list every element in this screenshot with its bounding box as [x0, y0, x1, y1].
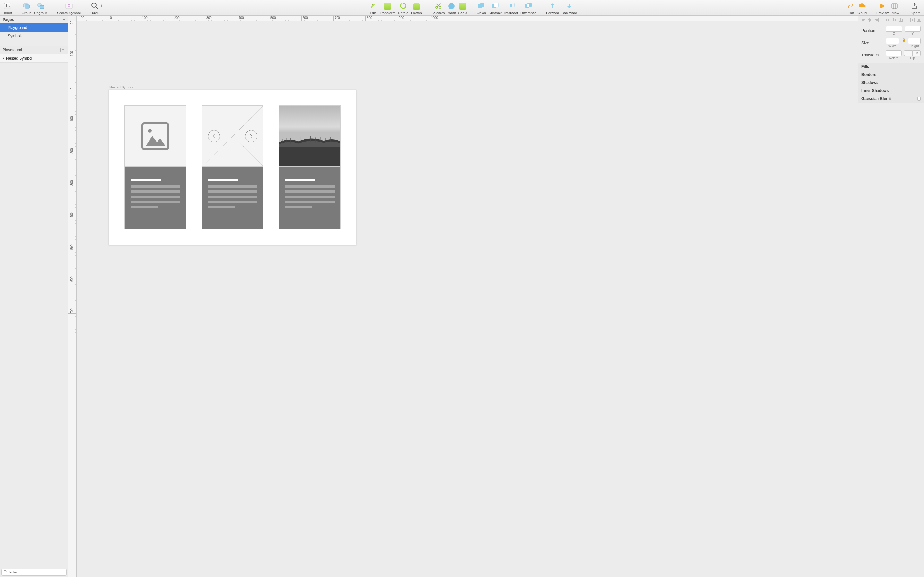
distribute-v-icon[interactable] — [917, 18, 922, 22]
transform-button[interactable]: Transform — [378, 1, 397, 15]
page-item-playground[interactable]: Playground — [0, 23, 68, 32]
align-row — [858, 16, 924, 24]
borders-section[interactable]: Borders — [858, 71, 924, 79]
layer-row[interactable]: Nested Symbol — [0, 54, 68, 63]
shadows-section[interactable]: Shadows — [858, 79, 924, 87]
export-button[interactable]: Export — [908, 1, 921, 15]
subtract-icon — [491, 3, 499, 10]
svg-rect-18 — [527, 4, 529, 7]
svg-rect-40 — [862, 19, 865, 19]
svg-rect-1 — [25, 5, 29, 8]
align-vcenter-icon[interactable] — [892, 18, 897, 22]
zoom-in-icon[interactable]: + — [100, 3, 103, 9]
insert-button[interactable]: +▾ Insert — [2, 1, 13, 15]
preview-button[interactable]: Preview — [875, 1, 890, 15]
card-bottom — [125, 167, 186, 229]
collapse-icon[interactable] — [60, 48, 65, 52]
flip-v-button[interactable]: ⇵ — [913, 50, 921, 56]
placeholder-line — [131, 185, 180, 187]
zoom-out-icon[interactable]: − — [86, 3, 89, 9]
add-page-button[interactable]: + — [63, 17, 65, 23]
scale-button[interactable]: Scale — [457, 1, 469, 15]
edit-button[interactable]: Edit — [367, 1, 378, 15]
flatten-button[interactable]: Flatten — [410, 1, 423, 15]
svg-point-22 — [4, 570, 6, 573]
canvas-area[interactable]: -10001002003004005006007008009001000 -20… — [68, 16, 858, 577]
canvas-viewport[interactable]: Nested Symbol — [77, 21, 858, 577]
position-row: Position X Y — [858, 24, 924, 36]
flip-sublabel: Flip — [904, 56, 921, 60]
rotate-button[interactable]: Rotate — [397, 1, 410, 15]
lock-icon[interactable]: 🔒 — [902, 38, 905, 42]
card-slideshow[interactable] — [202, 105, 264, 229]
group-button[interactable]: Group — [21, 1, 33, 15]
fills-section[interactable]: Fills — [858, 63, 924, 71]
next-arrow-button[interactable] — [245, 130, 257, 142]
placeholder-line — [131, 201, 180, 203]
transform-row: Transform Rotate ⇋ ⇵ Flip — [858, 48, 924, 61]
mask-button[interactable]: Mask — [446, 1, 457, 15]
zoom-control[interactable]: − + 100% — [89, 1, 100, 15]
x-input[interactable] — [886, 26, 902, 32]
align-left-icon[interactable] — [861, 18, 866, 22]
align-hcenter-icon[interactable] — [867, 18, 872, 22]
svg-line-6 — [95, 7, 97, 9]
inner-shadows-section[interactable]: Inner Shadows — [858, 87, 924, 95]
prev-arrow-button[interactable] — [208, 130, 220, 142]
flip-h-button[interactable]: ⇋ — [904, 50, 913, 56]
placeholder-title — [285, 179, 315, 181]
create-symbol-button[interactable]: Create Symbol — [56, 1, 82, 15]
gaussian-blur-section[interactable]: Gaussian Blur ⇅ — [858, 95, 924, 103]
disclosure-arrow-icon[interactable] — [3, 57, 4, 60]
landscape-image — [279, 106, 341, 166]
union-button[interactable]: Union — [475, 1, 487, 15]
forward-button[interactable]: Forward — [545, 1, 560, 15]
scissors-button[interactable]: Scissors — [430, 1, 446, 15]
align-bottom-icon[interactable] — [899, 18, 904, 22]
view-button[interactable]: ▾ View — [890, 1, 901, 15]
artboard[interactable] — [109, 90, 357, 245]
intersect-button[interactable]: Intersect — [503, 1, 519, 15]
filter-box[interactable] — [1, 569, 67, 576]
page-label: Playground — [8, 25, 27, 30]
toolbar: +▾ Insert Group Ungroup Create Symbol − … — [0, 0, 924, 16]
ungroup-button[interactable]: Ungroup — [33, 1, 49, 15]
chevron-updown-icon[interactable]: ⇅ — [889, 97, 891, 101]
width-input[interactable] — [886, 38, 899, 44]
placeholder-line — [131, 206, 158, 208]
svg-rect-52 — [893, 18, 894, 21]
placeholder-line — [285, 206, 312, 208]
card-image-placeholder[interactable] — [124, 105, 186, 229]
left-panel: Pages + Playground Symbols Playground Ne… — [0, 16, 68, 577]
svg-rect-53 — [895, 19, 896, 21]
y-sublabel: Y — [905, 32, 921, 35]
cloud-button[interactable]: Cloud — [856, 1, 868, 15]
subtract-button[interactable]: Subtract — [487, 1, 503, 15]
plus-icon: +▾ — [4, 3, 11, 9]
card-top — [202, 106, 263, 167]
link-button[interactable]: Link — [845, 1, 856, 15]
blur-checkbox[interactable] — [917, 97, 921, 101]
card-top — [125, 106, 186, 167]
height-input[interactable] — [908, 38, 921, 44]
x-sublabel: X — [886, 32, 902, 35]
backward-button[interactable]: Backward — [560, 1, 578, 15]
artboard-label[interactable]: Nested Symbol — [110, 85, 134, 89]
filter-input[interactable] — [9, 570, 65, 574]
svg-rect-41 — [862, 20, 864, 21]
union-icon — [478, 3, 485, 10]
rotate-icon — [400, 2, 407, 10]
layers-header: Playground — [0, 46, 68, 54]
y-input[interactable] — [905, 26, 921, 32]
placeholder-line — [285, 195, 334, 198]
align-top-icon[interactable] — [885, 18, 890, 22]
forward-icon — [549, 3, 556, 10]
align-right-icon[interactable] — [874, 18, 879, 22]
rotate-input[interactable] — [886, 50, 901, 56]
card-photo[interactable] — [279, 105, 341, 229]
difference-button[interactable]: Difference — [519, 1, 538, 15]
page-item-symbols[interactable]: Symbols — [0, 32, 68, 40]
distribute-h-icon[interactable] — [910, 18, 915, 22]
create-symbol-icon — [65, 3, 73, 10]
ruler-vertical: -200-1000100200300400500600700 — [68, 21, 77, 577]
